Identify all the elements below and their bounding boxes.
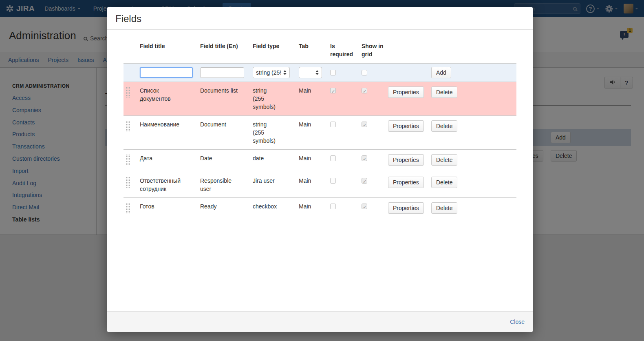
required-checkbox[interactable] xyxy=(330,178,336,184)
col-show-in-grid: Show in grid xyxy=(362,40,388,64)
required-checkbox[interactable] xyxy=(330,88,336,93)
drag-handle-icon[interactable] xyxy=(126,202,130,213)
modal-footer: Close xyxy=(107,311,533,332)
fields-table: Field title Field title (En) Field type … xyxy=(124,40,516,220)
drag-handle-icon[interactable] xyxy=(126,86,130,97)
field-row-responsible-user: Ответственный сотрудник Responsible user… xyxy=(124,172,516,198)
drag-handle-icon[interactable] xyxy=(126,177,130,188)
new-field-show-in-grid-checkbox[interactable] xyxy=(362,70,367,75)
field-row-document: Наименование Document string (255 symbol… xyxy=(124,116,516,150)
show-in-grid-checkbox[interactable] xyxy=(362,122,367,127)
col-field-title-en: Field title (En) xyxy=(200,40,253,64)
required-checkbox[interactable] xyxy=(330,122,336,127)
select-spinner-icon xyxy=(283,70,287,75)
col-is-required: Is required xyxy=(330,40,362,64)
col-field-title: Field title xyxy=(140,40,200,64)
delete-button[interactable]: Delete xyxy=(431,154,457,166)
modal-body: Field title Field title (En) Field type … xyxy=(107,30,533,220)
delete-button[interactable]: Delete xyxy=(431,177,457,188)
field-row-date: Дата Date date Main Properties Delete xyxy=(124,150,516,172)
required-checkbox[interactable] xyxy=(330,204,336,209)
delete-button[interactable]: Delete xyxy=(431,86,457,98)
new-field-title-en-input[interactable] xyxy=(200,67,244,78)
new-field-type-select[interactable]: string (255 xyxy=(253,67,290,78)
show-in-grid-checkbox[interactable] xyxy=(362,178,367,184)
new-field-title-input[interactable] xyxy=(140,67,193,78)
modal-header: Fields xyxy=(107,7,533,30)
properties-button[interactable]: Properties xyxy=(388,154,424,166)
fields-modal: Fields Field title Field title (En) Fiel… xyxy=(107,7,533,332)
delete-button[interactable]: Delete xyxy=(431,202,457,214)
field-row-ready: Готов Ready checkbox Main Properties Del… xyxy=(124,198,516,220)
new-field-tab-select[interactable] xyxy=(299,67,322,78)
table-header-row: Field title Field title (En) Field type … xyxy=(124,40,516,64)
col-properties xyxy=(388,40,431,64)
col-actions xyxy=(431,40,516,64)
delete-button[interactable]: Delete xyxy=(431,120,457,132)
drag-handle-icon[interactable] xyxy=(126,154,130,165)
col-tab: Tab xyxy=(299,40,330,64)
required-checkbox[interactable] xyxy=(330,155,336,161)
drag-handle-icon[interactable] xyxy=(126,120,130,131)
field-row-documents-list: Список документов Documents list string … xyxy=(124,82,516,116)
properties-button[interactable]: Properties xyxy=(388,202,424,214)
col-drag xyxy=(124,40,140,64)
properties-button[interactable]: Properties xyxy=(388,120,424,132)
show-in-grid-checkbox[interactable] xyxy=(362,155,367,161)
show-in-grid-checkbox[interactable] xyxy=(362,204,367,209)
add-field-button[interactable]: Add xyxy=(431,67,451,78)
properties-button[interactable]: Properties xyxy=(388,177,424,188)
properties-button[interactable]: Properties xyxy=(388,86,424,98)
modal-title: Fields xyxy=(115,13,141,24)
show-in-grid-checkbox[interactable] xyxy=(362,88,367,93)
close-button[interactable]: Close xyxy=(510,319,525,325)
select-spinner-icon xyxy=(315,70,319,75)
col-field-type: Field type xyxy=(253,40,299,64)
add-field-row: string (255 Add xyxy=(124,64,516,82)
new-field-required-checkbox[interactable] xyxy=(330,70,336,75)
